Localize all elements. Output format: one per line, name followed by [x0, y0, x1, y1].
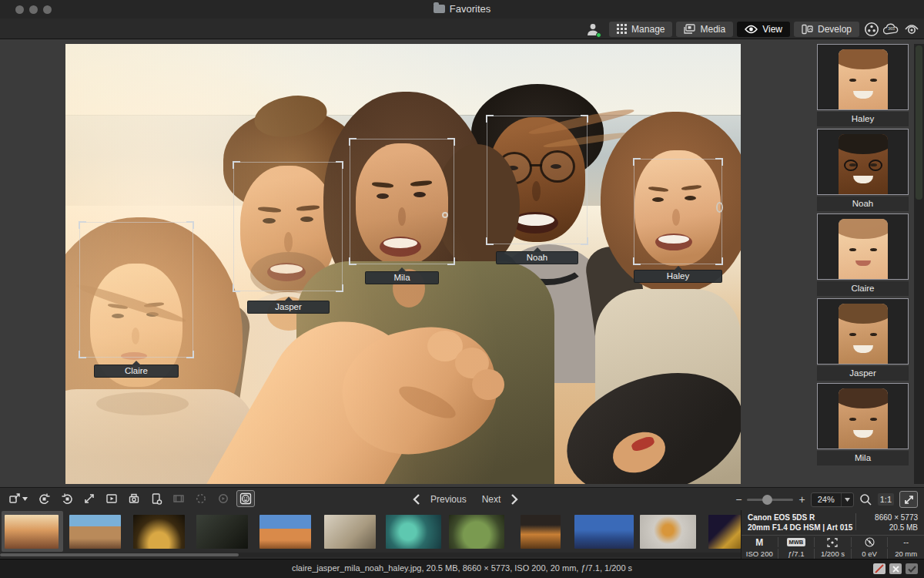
face-tag-mila[interactable]: Mila: [365, 271, 439, 284]
thumb-hair: [839, 304, 888, 324]
filmstrip-thumb-night-arch[interactable]: [133, 515, 185, 549]
filmstrip-thumb-amber-necklace[interactable]: [640, 515, 696, 549]
next-button[interactable]: Next: [482, 494, 501, 505]
previous-button[interactable]: Previous: [430, 494, 467, 505]
film-reel-icon[interactable]: [863, 21, 879, 37]
tag-check-icon[interactable]: [906, 563, 918, 574]
face-tag-jasper[interactable]: Jasper: [247, 301, 330, 314]
corner-bracket: [581, 115, 588, 123]
zoom-in-button[interactable]: +: [798, 493, 805, 506]
person-cell-claire[interactable]: Claire: [817, 213, 909, 296]
person-thumb-noah[interactable]: [817, 129, 909, 195]
face-box-jasper[interactable]: [233, 162, 343, 291]
filmstrip-thumb-golden-temple[interactable]: [708, 515, 741, 549]
thumb-smile: [853, 430, 873, 438]
exif-info-panel: Canon EOS 5DS R 8660 × 5773 20mm F1.4 DG…: [741, 510, 924, 559]
slideshow-button[interactable]: [102, 490, 121, 507]
rotate-left-button[interactable]: [35, 490, 54, 507]
filmstrip-thumb-teal-gear[interactable]: [386, 515, 441, 549]
quick-view-icon[interactable]: [903, 21, 919, 37]
tab-view[interactable]: View: [737, 22, 790, 37]
filmstrip-thumb-canyon-night[interactable]: [521, 515, 561, 549]
print-button[interactable]: [125, 490, 143, 507]
cloud-365-icon[interactable]: 365: [883, 21, 899, 37]
person-thumb-jasper[interactable]: [817, 298, 909, 365]
image-dimensions: 8660 × 5773: [875, 512, 918, 523]
person-name-claire[interactable]: Claire: [817, 281, 909, 296]
person-cell-mila[interactable]: Mila: [817, 383, 909, 465]
filmstrip-toggle-button[interactable]: [169, 490, 188, 507]
filmstrip-thumb-desert-ridge[interactable]: [259, 515, 311, 549]
export-button[interactable]: [4, 490, 32, 507]
person-cell-noah[interactable]: Noah: [817, 129, 909, 211]
viewer-toolbar: Previous Next − + 24% 1:1: [0, 487, 924, 510]
zoom-tool-icon[interactable]: [859, 493, 872, 506]
filmstrip-scrollbar-thumb[interactable]: [0, 553, 239, 556]
actual-pixels-button[interactable]: 1:1: [878, 493, 894, 506]
extract-frame-button[interactable]: [147, 490, 166, 507]
filmstrip-thumb-group-selfie[interactable]: [5, 515, 59, 549]
photo-canvas[interactable]: Claire Jasper Mila Noah Haley: [65, 44, 741, 484]
fit-image-button[interactable]: [899, 491, 918, 508]
focus-mode-icon: [827, 538, 838, 547]
person-name-haley[interactable]: Haley: [817, 112, 909, 126]
show-face-outlines-button[interactable]: [236, 490, 255, 507]
selection-button[interactable]: [192, 490, 210, 507]
shutter-value: 1/200 s: [815, 549, 852, 560]
corner-bracket: [581, 237, 588, 245]
filmstrip-thumb-dark-statue[interactable]: [196, 515, 248, 549]
tab-manage[interactable]: Manage: [609, 22, 672, 37]
person-cell-jasper[interactable]: Jasper: [817, 298, 909, 381]
face-box-claire[interactable]: [79, 222, 193, 358]
face-tag-jasper-label: Jasper: [275, 302, 302, 311]
corner-bracket: [633, 158, 641, 166]
auto-advance-button[interactable]: [214, 490, 233, 507]
person-thumb-haley[interactable]: [817, 44, 909, 110]
flash-value: --: [903, 538, 909, 546]
thumb-hair: [839, 49, 888, 69]
filmstrip-thumb-canyon-dam[interactable]: [69, 515, 121, 549]
filmstrip-thumb-cactus[interactable]: [449, 515, 504, 549]
person-cell-haley[interactable]: Haley: [817, 44, 909, 126]
zoom-slider-thumb[interactable]: [762, 495, 772, 505]
person-name-noah[interactable]: Noah: [817, 197, 909, 211]
face-box-mila[interactable]: [350, 139, 454, 264]
rotate-right-button[interactable]: [58, 490, 76, 507]
corner-bracket: [79, 221, 86, 229]
zoom-level-dropdown[interactable]: 24%: [811, 492, 854, 507]
zoom-slider[interactable]: [747, 499, 793, 501]
corner-bracket: [336, 161, 343, 169]
filmstrip-thumb-sepia-etching[interactable]: [324, 515, 376, 549]
account-icon[interactable]: [585, 22, 601, 37]
panel-scrollbar-thumb[interactable]: [916, 45, 922, 200]
corner-bracket: [186, 351, 194, 358]
face-tag-haley[interactable]: Haley: [634, 270, 722, 283]
filmstrip-scrollbar[interactable]: [0, 553, 741, 557]
panel-scrollbar[interactable]: [914, 44, 924, 484]
face-box-haley[interactable]: [634, 159, 722, 264]
filmstrip-thumb-castle-dusk[interactable]: [574, 515, 634, 549]
person-thumb-mila[interactable]: [817, 383, 909, 449]
tab-media-label: Media: [700, 24, 725, 35]
grid-icon: [617, 24, 627, 34]
person-name-jasper[interactable]: Jasper: [817, 366, 909, 381]
person-name-mila[interactable]: Mila: [817, 451, 909, 465]
filmstrip: Canon EOS 5DS R 8660 × 5773 20mm F1.4 DG…: [0, 510, 924, 559]
person-thumb-claire[interactable]: [817, 213, 909, 280]
develop-icon: [802, 24, 813, 35]
tab-media[interactable]: Media: [676, 22, 733, 37]
thumb-glasses: [869, 160, 882, 171]
clear-flag-icon[interactable]: [889, 563, 902, 574]
actual-size-button[interactable]: [80, 490, 99, 507]
file-size: 20.5 MB: [889, 523, 918, 533]
face-tag-noah[interactable]: Noah: [496, 251, 578, 264]
thumb-hair: [839, 134, 888, 154]
zoom-out-button[interactable]: −: [735, 493, 742, 506]
reject-flag-icon[interactable]: [873, 563, 886, 574]
tab-develop[interactable]: Develop: [794, 22, 859, 37]
face-tag-claire-label: Claire: [125, 366, 148, 375]
zoom-level-value: 24%: [812, 495, 841, 504]
face-box-noah[interactable]: [487, 116, 588, 244]
face-tag-claire[interactable]: Claire: [94, 365, 179, 378]
white-balance-badge: MWB: [787, 538, 806, 546]
